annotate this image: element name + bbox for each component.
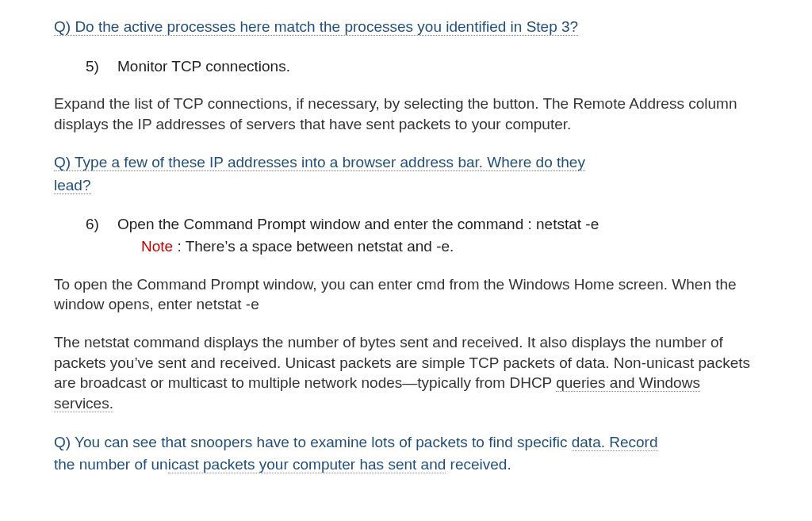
question-1: Q) Do the active processes here match th… bbox=[54, 18, 578, 36]
question-3: Q) You can see that snoopers have to exa… bbox=[54, 434, 658, 474]
step-5: 5) Monitor TCP connections. bbox=[86, 56, 758, 77]
question-2: Q) Type a few of these IP addresses into… bbox=[54, 154, 585, 194]
note-label: Note bbox=[141, 238, 173, 255]
paragraph-netstat-desc: The netstat command displays the number … bbox=[54, 332, 758, 414]
paragraph-tcp-expand: Expand the list of TCP connections, if n… bbox=[54, 94, 758, 134]
q3-c: the number of un bbox=[54, 456, 168, 473]
step-6-note: Note : There’s a space between netstat a… bbox=[141, 236, 758, 257]
step-6-number: 6) bbox=[86, 214, 117, 256]
q3-e: received. bbox=[446, 456, 511, 473]
question-1-block: Q) Do the active processes here match th… bbox=[54, 16, 758, 39]
step-5-number: 5) bbox=[86, 56, 117, 77]
note-text: : There’s a space between netstat and -e… bbox=[173, 238, 454, 255]
q3-d: icast packets your computer has sent and bbox=[168, 456, 446, 473]
step-5-text: Monitor TCP connections. bbox=[117, 56, 758, 77]
paragraph-cmd-open: To open the Command Prompt window, you c… bbox=[54, 274, 758, 315]
step-6: 6) Open the Command Prompt window and en… bbox=[86, 214, 758, 256]
q3-a: Q) You can see that snoopers have to exa… bbox=[54, 434, 572, 450]
question-2-block: Q) Type a few of these IP addresses into… bbox=[54, 151, 625, 197]
step-6-content: Open the Command Prompt window and enter… bbox=[117, 214, 758, 256]
document-page: Q) Do the active processes here match th… bbox=[0, 0, 812, 521]
question-3-block: Q) You can see that snoopers have to exa… bbox=[54, 431, 758, 477]
step-6-text: Open the Command Prompt window and enter… bbox=[117, 216, 599, 232]
q3-b: data. Record bbox=[572, 434, 658, 451]
